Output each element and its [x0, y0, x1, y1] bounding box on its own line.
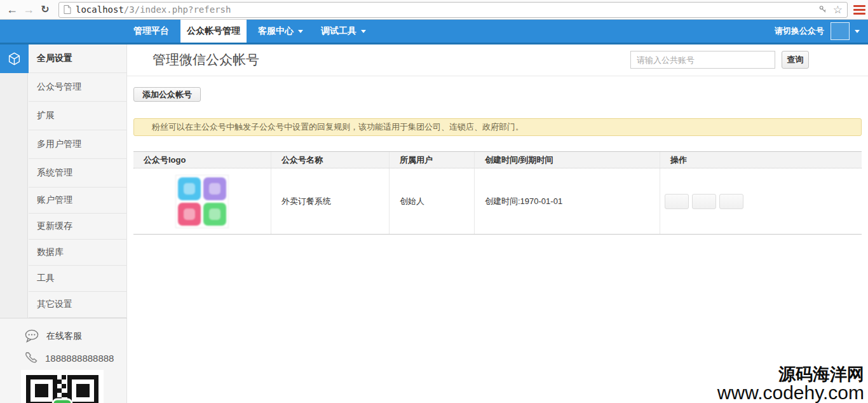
nav-item-public-account-management[interactable]: 公众帐号管理 [180, 20, 247, 43]
nav-item-service-center[interactable]: 客服中心 [252, 20, 309, 43]
cube-icon [7, 51, 22, 66]
browser-back-icon[interactable]: ← [4, 4, 20, 15]
qr-code [21, 370, 104, 403]
sidebar-item-account-management[interactable]: 公众号管理 [29, 73, 126, 102]
column-header-owner: 所属用户 [390, 152, 475, 168]
browser-toolbar: ← → ↻ localhost/3/index.php?refersh ☆ [0, 0, 868, 20]
search-input[interactable] [630, 51, 775, 69]
column-header-name: 公众号名称 [271, 152, 390, 168]
sidebar-item-global-settings[interactable]: 全局设置 [29, 44, 126, 73]
column-header-logo: 公众号logo [133, 152, 271, 168]
chevron-down-icon[interactable] [855, 30, 860, 33]
nav-item-debug-tools[interactable]: 调试工具 [315, 20, 372, 43]
page-header: 管理微信公众帐号 查询 [127, 44, 868, 76]
sidebar-item-database[interactable]: 数据库 [29, 240, 126, 266]
url-text: localhost/3/index.php?refersh [76, 4, 231, 15]
sidebar-menu: 全局设置 公众号管理 扩展 多用户管理 系统管理 账户管理 更新缓存 数据库 工… [29, 44, 126, 318]
sidebar-item-system-management[interactable]: 系统管理 [29, 159, 126, 188]
key-icon[interactable] [818, 5, 827, 14]
browser-forward-icon[interactable]: → [20, 4, 37, 15]
account-avatar-box[interactable] [831, 22, 850, 40]
sidebar: 全局设置 公众号管理 扩展 多用户管理 系统管理 账户管理 更新缓存 数据库 工… [0, 44, 127, 403]
nav-item-label: 调试工具 [321, 25, 356, 37]
watermark-site-name: 源码海洋网 [717, 365, 864, 383]
page-title: 管理微信公众帐号 [153, 51, 259, 69]
main-content: 管理微信公众帐号 查询 添加公众帐号 粉丝可以在主公众号中触发子公众号中设置的回… [127, 44, 868, 403]
url-path: /3/index.php?refersh [124, 4, 231, 15]
sidebar-contact-section: 在线客服 1888888888888 [0, 318, 127, 403]
table-row: 外卖订餐系统 创始人 创建时间:1970-01-01 [133, 168, 862, 235]
chat-bubble-icon [24, 329, 40, 344]
watermark-site-url: www.codehy.com [717, 383, 864, 402]
sidebar-icon-column [0, 44, 28, 318]
notice-banner: 粉丝可以在主公众号中触发子公众号中设置的回复规则，该功能适用于集团公司、连锁店、… [133, 118, 862, 136]
logo-tile [203, 203, 226, 226]
table-header-row: 公众号logo 公众号名称 所属用户 创建时间/到期时间 操作 [133, 151, 862, 168]
logo-tile [178, 177, 201, 200]
browser-menu-icon[interactable] [853, 5, 865, 15]
cell-operations [660, 168, 862, 234]
sidebar-item-other-settings[interactable]: 其它设置 [29, 292, 126, 318]
watermark: 源码海洋网 www.codehy.com [717, 365, 864, 402]
nav-items: 管理平台 公众帐号管理 客服中心 调试工具 [125, 20, 868, 43]
cell-created-time: 创建时间:1970-01-01 [475, 168, 660, 234]
logo-tile [178, 203, 201, 226]
online-service-link[interactable]: 在线客服 [24, 329, 127, 344]
account-logo-image [175, 175, 229, 228]
global-settings-cube-icon[interactable] [0, 44, 29, 73]
sidebar-item-tools[interactable]: 工具 [29, 266, 126, 292]
nav-item-label: 客服中心 [258, 25, 294, 37]
account-switcher: 请切换公众号 [775, 20, 860, 43]
online-service-label: 在线客服 [46, 331, 82, 342]
bookmark-star-icon[interactable]: ☆ [833, 4, 843, 15]
sidebar-item-multi-user-management[interactable]: 多用户管理 [29, 130, 126, 159]
sidebar-item-user-accounts[interactable]: 账户管理 [29, 188, 126, 214]
cell-logo [133, 168, 271, 234]
cell-account-name: 外卖订餐系统 [271, 168, 390, 234]
accounts-table: 公众号logo 公众号名称 所属用户 创建时间/到期时间 操作 外卖订餐系统 创… [133, 151, 862, 235]
address-bar[interactable]: localhost/3/index.php?refersh ☆ [58, 2, 848, 18]
chevron-down-icon [298, 30, 303, 33]
search-button[interactable]: 查询 [782, 51, 809, 69]
sidebar-item-refresh-cache[interactable]: 更新缓存 [29, 214, 126, 240]
chevron-down-icon [361, 30, 366, 33]
column-header-actions: 操作 [660, 152, 862, 168]
qr-code-image [26, 375, 98, 403]
logo-tile [203, 177, 226, 200]
url-host: localhost [76, 4, 124, 15]
operation-button[interactable] [719, 194, 743, 209]
switch-account-label: 请切换公众号 [775, 25, 824, 37]
sidebar-item-extensions[interactable]: 扩展 [29, 102, 126, 130]
browser-reload-icon[interactable]: ↻ [37, 4, 53, 15]
contact-phone-number: 1888888888888 [45, 353, 114, 364]
add-account-button[interactable]: 添加公众帐号 [133, 87, 201, 102]
page-icon [64, 5, 71, 14]
phone-icon [24, 351, 39, 365]
top-navbar: 管理平台 公众帐号管理 客服中心 调试工具 请切换公众号 [0, 20, 868, 44]
contact-phone-row: 1888888888888 [24, 351, 127, 365]
column-header-created: 创建时间/到期时间 [475, 152, 660, 168]
operation-button[interactable] [692, 194, 716, 209]
operation-button[interactable] [665, 194, 689, 209]
cell-owner: 创始人 [390, 168, 475, 234]
nav-item-admin-platform[interactable]: 管理平台 [127, 20, 175, 43]
